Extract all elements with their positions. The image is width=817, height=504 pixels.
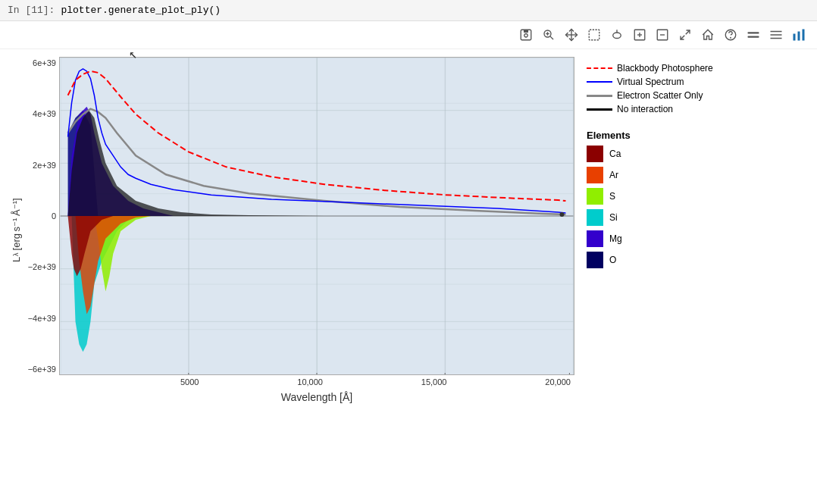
x-tick: 15,000 [421,377,447,387]
element-label-Si: Si [609,212,618,223]
y-tick: −6e+39 [28,365,56,374]
y-axis-ticks: 6e+39 4e+39 2e+39 0 −2e+39 −4e+39 −6e+39 [23,57,59,375]
legend-label-virtual: Virtual Spectrum [617,77,684,87]
svg-rect-9 [589,30,599,40]
home-icon[interactable] [699,26,717,44]
element-Si: Si [587,209,718,226]
element-Ar: Ar [587,167,718,183]
y-tick: 6e+39 [33,58,56,67]
element-box-Mg [587,230,603,247]
svg-rect-26 [794,34,796,41]
svg-line-18 [686,30,690,34]
legend-label-blackbody: Blackbody Photosphere [617,63,713,74]
toggle-icon[interactable] [744,26,762,44]
element-S: S [587,188,718,205]
x-tick: 20,000 [545,377,571,387]
x-axis-ticks: 5000 10,000 15,000 20,000 [23,375,574,387]
svg-line-4 [550,36,553,39]
element-box-O [587,252,603,268]
element-label-S: S [609,191,615,202]
legend-label-electron: Electron Scatter Only [617,90,703,101]
bar-chart-icon[interactable] [790,26,808,44]
svg-rect-2 [524,30,528,33]
select-icon[interactable] [585,26,603,44]
svg-point-20 [731,37,731,38]
cell-label: In [11]: [8,5,55,16]
legend-icon-electron [587,95,612,97]
y-tick: 4e+39 [33,109,56,118]
element-O: O [587,252,718,268]
legend-item-virtual: Virtual Spectrum [587,77,718,87]
svg-rect-27 [798,32,800,41]
toolbar [0,21,817,49]
element-label-Ca: Ca [609,149,621,159]
element-label-Mg: Mg [609,233,622,244]
element-Ca: Ca [587,146,718,162]
elements-title: Elements [587,130,718,141]
x-tick: 5000 [180,377,199,387]
plot-wrapper: 6e+39 4e+39 2e+39 0 −2e+39 −4e+39 −6e+39 [23,57,574,403]
svg-point-40 [559,212,564,217]
cell-code: plotter.generate_plot_ply() [61,5,221,16]
svg-line-17 [681,36,684,39]
y-tick: −2e+39 [28,262,56,271]
svg-rect-28 [803,30,805,41]
element-label-O: O [609,255,616,265]
pan-icon[interactable] [562,26,581,44]
menu-icon[interactable] [767,26,785,44]
spectrum-plot[interactable] [59,57,574,375]
legend: Blackbody Photosphere Virtual Spectrum E… [574,57,718,403]
legend-item-electron: Electron Scatter Only [587,90,718,101]
save-icon[interactable] [517,26,535,44]
legend-icon-nointeraction [587,108,612,111]
x-axis-label: Wavelength [Å] [23,387,574,403]
svg-rect-25 [771,38,782,39]
svg-rect-23 [771,31,782,33]
legend-label-nointeraction: No interaction [617,104,673,114]
svg-point-10 [613,33,621,39]
element-box-S [587,188,603,205]
y-tick: 2e+39 [33,161,56,170]
svg-rect-21 [748,32,759,33]
legend-icon-virtual [587,81,612,83]
legend-item-blackbody: Blackbody Photosphere [587,63,718,74]
y-axis-label: Lλ [erg s⁻¹ Å⁻¹] [8,57,23,403]
legend-item-nointeraction: No interaction [587,104,718,114]
autoscale-icon[interactable] [676,26,694,44]
svg-rect-24 [771,34,782,36]
help-icon[interactable] [722,26,740,44]
zoom-icon[interactable] [540,26,558,44]
element-box-Ar [587,167,603,183]
zoom-in-icon[interactable] [631,26,649,44]
legend-icon-blackbody [587,67,612,69]
svg-point-1 [524,34,528,38]
chart-area: Lλ [erg s⁻¹ Å⁻¹] 6e+39 4e+39 2e+39 0 −2e… [0,49,817,403]
svg-rect-22 [748,36,759,38]
y-tick: −4e+39 [28,314,56,323]
y-tick: 0 [52,211,56,221]
zoom-out-icon[interactable] [653,26,671,44]
element-box-Si [587,209,603,226]
element-box-Ca [587,146,603,162]
element-Mg: Mg [587,230,718,247]
lasso-icon[interactable] [608,26,626,44]
x-tick: 10,000 [297,377,323,387]
element-label-Ar: Ar [609,170,618,180]
